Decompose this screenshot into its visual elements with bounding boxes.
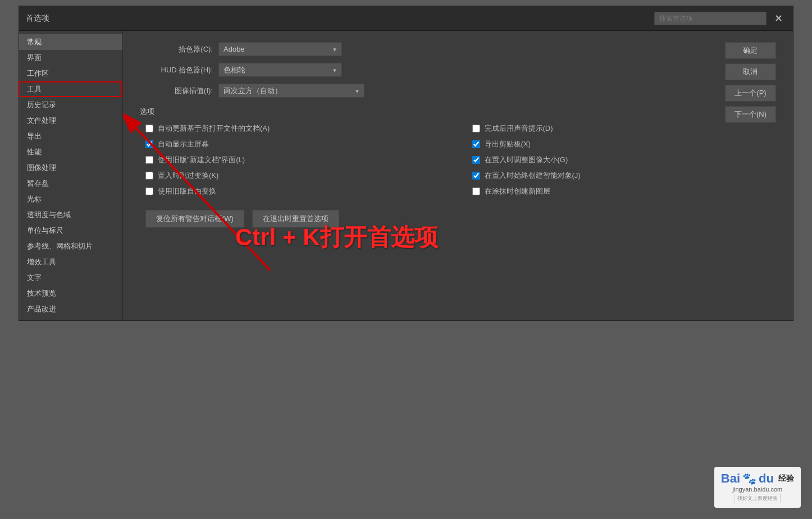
preferences-dialog: 首选项 ✕ 常规界面工作区工具历史记录文件处理导出性能图像处理暂存盘光标透明度与… [19,6,793,321]
hud-select-wrapper: 色相轮色相条 [218,63,342,77]
checkbox-cb10[interactable] [472,187,480,195]
sidebar-item[interactable]: 图像处理 [19,160,122,176]
sidebar-item[interactable]: 常规 [19,34,122,50]
option-label: 使用旧版"新建文档"界面(L) [158,155,245,165]
options-grid: 自动更新基于所打开文件的文档(A)完成后用声音提示(D)自动显示主屏幕导出剪贴板… [145,123,776,196]
checkbox-cb3[interactable] [145,140,153,148]
sidebar-item[interactable]: 光标 [19,191,122,207]
option-item[interactable]: 在置入时调整图像大小(G) [472,155,777,165]
baidu-paw-icon: 🐾 [742,472,756,485]
baidu-badge: 找好文上百度经验 [735,494,781,503]
ok-button[interactable]: 确定 [725,42,776,59]
color-picker-row: 拾色器(C): AdobeWindows [140,42,776,56]
sidebar-item[interactable]: 参考线、网格和切片 [19,238,122,254]
checkbox-cb2[interactable] [472,125,480,132]
checkbox-cb7[interactable] [145,172,153,180]
interpolation-select[interactable]: 两次立方（自动）两次线性邻近（硬边缘） [218,84,364,98]
sidebar-item[interactable]: 产品改进 [19,301,122,317]
option-item[interactable]: 置入时跳过变换(K) [145,171,450,181]
option-item[interactable]: 导出剪贴板(X) [472,139,777,149]
option-item[interactable]: 使用旧版自由变换 [145,186,450,196]
option-item[interactable]: 使用旧版"新建文档"界面(L) [145,155,450,165]
checkbox-cb1[interactable] [145,125,153,132]
option-label: 在涂抹时创建新图层 [485,186,550,196]
checkbox-cb8[interactable] [472,172,480,180]
option-label: 在置入时调整图像大小(G) [485,155,568,165]
option-item[interactable]: 在涂抹时创建新图层 [472,186,777,196]
sidebar-item[interactable]: 导出 [19,128,122,144]
options-title: 选项 [140,107,776,117]
hud-row: HUD 拾色器(H): 色相轮色相条 [140,63,776,77]
baidu-url: jingyan.baidu.com [733,486,783,493]
prev-button[interactable]: 上一个(P) [725,85,776,102]
reset-on-exit-button[interactable]: 在退出时重置首选项 [252,210,339,228]
option-label: 导出剪贴板(X) [485,139,531,149]
cancel-button[interactable]: 取消 [725,63,776,80]
option-label: 置入时跳过变换(K) [158,171,218,181]
sidebar-item[interactable]: 技术预览 [19,286,122,301]
checkbox-cb6[interactable] [472,156,480,164]
sidebar-item[interactable]: 单位与标尺 [19,223,122,238]
option-label: 使用旧版自由变换 [158,186,216,196]
next-button[interactable]: 下一个(N) [725,106,776,123]
sidebar-item[interactable]: 工具 [19,81,122,97]
right-buttons: 确定 取消 上一个(P) 下一个(N) [725,42,776,123]
sidebar-item[interactable]: 增效工具 [19,254,122,270]
hud-select[interactable]: 色相轮色相条 [218,63,342,77]
sidebar-item[interactable]: 历史记录 [19,97,122,113]
checkbox-cb5[interactable] [145,156,153,164]
option-item[interactable]: 在置入时始终创建智能对象(J) [472,171,777,181]
interpolation-label: 图像插值(I): [140,86,218,96]
option-label: 完成后用声音提示(D) [485,123,553,134]
reset-warnings-button[interactable]: 复位所有警告对话框(W) [145,210,244,228]
baidu-jingyan: 经验 [778,474,794,484]
sidebar-item[interactable]: 暂存盘 [19,176,122,191]
sidebar-item[interactable]: 性能 [19,144,122,160]
search-input[interactable] [654,12,767,25]
option-item[interactable]: 完成后用声音提示(D) [472,123,777,134]
option-item[interactable]: 自动更新基于所打开文件的文档(A) [145,123,450,134]
interpolation-select-wrapper: 两次立方（自动）两次线性邻近（硬边缘） [218,84,364,98]
baidu-logo: Bai [721,471,740,486]
color-picker-select-wrapper: AdobeWindows [218,42,342,56]
sidebar-item[interactable]: 界面 [19,50,122,66]
sidebar-item[interactable]: 透明度与色域 [19,207,122,223]
interpolation-row: 图像插值(I): 两次立方（自动）两次线性邻近（硬边缘） [140,84,776,98]
content-area: 拾色器(C): AdobeWindows HUD 拾色器(H): 色相轮色相条 … [123,31,793,320]
hud-label: HUD 拾色器(H): [140,65,218,75]
baidu-logo2: du [759,471,774,486]
sidebar-item[interactable]: 工作区 [19,66,122,81]
option-label: 自动显示主屏幕 [158,139,209,149]
title-bar-right: ✕ [654,11,786,26]
dialog-body: 常规界面工作区工具历史记录文件处理导出性能图像处理暂存盘光标透明度与色域单位与标… [19,31,793,320]
baidu-watermark: Bai 🐾 du 经验 jingyan.baidu.com 找好文上百度经验 [714,467,801,508]
color-picker-select[interactable]: AdobeWindows [218,42,342,56]
option-label: 自动更新基于所打开文件的文档(A) [158,123,270,134]
title-bar: 首选项 ✕ [19,6,793,31]
option-item[interactable]: 自动显示主屏幕 [145,139,450,149]
option-label: 在置入时始终创建智能对象(J) [485,171,581,181]
sidebar-item[interactable]: 文字 [19,270,122,286]
sidebar-item[interactable]: 文件处理 [19,113,122,128]
sidebar: 常规界面工作区工具历史记录文件处理导出性能图像处理暂存盘光标透明度与色域单位与标… [19,31,123,320]
dialog-title: 首选项 [26,13,49,24]
checkbox-cb4[interactable] [472,140,480,148]
color-picker-label: 拾色器(C): [140,44,218,54]
close-button[interactable]: ✕ [771,11,786,26]
options-section: 选项 自动更新基于所打开文件的文档(A)完成后用声音提示(D)自动显示主屏幕导出… [140,107,776,196]
checkbox-cb9[interactable] [145,187,153,195]
action-buttons-row: 复位所有警告对话框(W) 在退出时重置首选项 [145,210,776,228]
